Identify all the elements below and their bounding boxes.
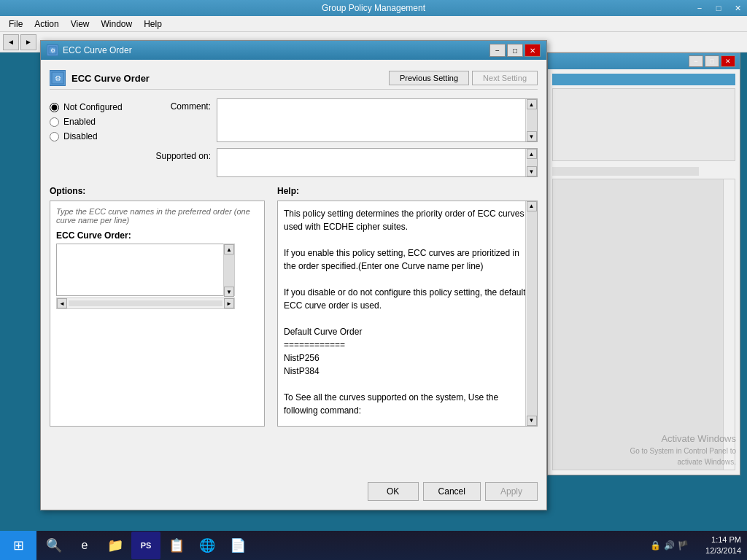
- help-title: Help:: [277, 186, 538, 196]
- options-desc: Type the ECC curve names in the preferre…: [56, 207, 258, 225]
- ecc-scroll-track: [224, 254, 234, 287]
- not-configured-radio[interactable]: [50, 103, 59, 112]
- help-para-1: This policy setting determines the prior…: [284, 207, 531, 233]
- dialog-title-buttons: − □ ✕: [489, 44, 541, 57]
- flag-icon: 🏴: [678, 540, 689, 551]
- start-button[interactable]: ⊞: [0, 531, 36, 560]
- main-close-btn[interactable]: ✕: [728, 0, 747, 16]
- main-minimize-btn[interactable]: −: [690, 0, 709, 16]
- supported-scroll-track: [527, 159, 537, 166]
- menu-window[interactable]: Window: [96, 18, 139, 31]
- ecc-textarea-wrapper: ▲ ▼: [56, 244, 235, 296]
- taskbar-powershell[interactable]: PS: [131, 532, 160, 559]
- clock-time: 1:14 PM: [705, 534, 741, 545]
- help-nistp256: NistP256: [284, 351, 531, 365]
- dialog-title: ECC Curve Order: [63, 45, 132, 55]
- ecc-curve-order-label: ECC Curve Order:: [56, 230, 258, 241]
- supported-scroll-up[interactable]: ▲: [527, 149, 537, 159]
- supported-label: Supported on:: [138, 148, 211, 177]
- options-help-row: Options: Type the ECC curve names in the…: [50, 186, 538, 427]
- menu-action[interactable]: Action: [28, 18, 64, 31]
- hscroll-left[interactable]: ◄: [57, 298, 67, 308]
- taskbar-system-icons: 🔒 🔊 🏴: [650, 540, 689, 551]
- help-scrollbar: ▲ ▼: [525, 201, 537, 426]
- help-para-4: Default Curve Order: [284, 325, 531, 338]
- help-para-2: If you enable this policy setting, ECC c…: [284, 246, 531, 273]
- dialog-close-btn[interactable]: ✕: [525, 44, 541, 57]
- prev-setting-btn[interactable]: Previous Setting: [389, 71, 469, 85]
- apply-button[interactable]: Apply: [485, 482, 538, 501]
- supported-area: ▲ ▼: [217, 148, 538, 177]
- scroll-down-arrow[interactable]: ▼: [527, 131, 537, 141]
- taskbar-app2[interactable]: 📄: [223, 532, 252, 559]
- menu-bar: File Action View Window Help: [0, 16, 747, 32]
- dialog-content: ⚙ ECC Curve Order Previous Setting Next …: [41, 60, 546, 432]
- ecc-scroll-down[interactable]: ▼: [224, 287, 234, 297]
- help-separator: ============: [284, 338, 531, 351]
- menu-help[interactable]: Help: [138, 18, 168, 31]
- scroll-track: [527, 109, 537, 131]
- dialog-maximize-btn[interactable]: □: [507, 44, 523, 57]
- menu-file[interactable]: File: [3, 18, 28, 31]
- svg-text:⚙: ⚙: [50, 47, 55, 54]
- toolbar-forward-btn[interactable]: ►: [20, 34, 36, 50]
- ecc-scroll-up[interactable]: ▲: [224, 244, 234, 254]
- comment-row: Comment: ▲ ▼: [138, 98, 538, 142]
- comment-textarea[interactable]: [217, 99, 525, 141]
- main-maximize-btn[interactable]: □: [709, 0, 728, 16]
- enabled-label: Enabled: [63, 117, 96, 127]
- disabled-radio[interactable]: [50, 132, 59, 141]
- main-titlebar: Group Policy Management − □ ✕: [0, 0, 747, 16]
- taskbar-explorer[interactable]: 📁: [101, 532, 130, 559]
- comment-scrollbar: ▲ ▼: [525, 99, 537, 141]
- policy-icon: ⚙: [50, 70, 66, 86]
- dialog-footer: OK Cancel Apply: [368, 482, 538, 501]
- bg-window-titlebar: − □ ✕: [548, 53, 740, 69]
- dialog-titlebar: ⚙ ECC Curve Order − □ ✕: [41, 41, 546, 60]
- enabled-radio[interactable]: [50, 117, 59, 127]
- comment-area: ▲ ▼: [217, 98, 538, 142]
- right-fields: Comment: ▲ ▼ Supported on:: [138, 96, 538, 177]
- ecc-hscrollbar: ◄ ►: [56, 298, 235, 309]
- bg-close-btn[interactable]: ✕: [721, 55, 735, 67]
- disabled-label: Disabled: [63, 131, 98, 141]
- bg-maximize-btn[interactable]: □: [705, 55, 719, 67]
- taskbar-app1[interactable]: 🌐: [193, 532, 222, 559]
- background-window: − □ ✕ Activate Windows Go to System in C…: [547, 52, 740, 475]
- taskbar-file-mgr[interactable]: 📋: [162, 532, 191, 559]
- help-scroll-up[interactable]: ▲: [527, 201, 537, 211]
- supported-scroll-down[interactable]: ▼: [527, 166, 537, 176]
- taskbar-clock[interactable]: 1:14 PM 12/3/2014: [705, 534, 741, 557]
- main-titlebar-buttons: − □ ✕: [690, 0, 747, 16]
- taskbar-icons: 🔍 e 📁 PS 📋 🌐 📄: [36, 532, 255, 559]
- taskbar-search[interactable]: 🔍: [39, 532, 69, 559]
- dialog-minimize-btn[interactable]: −: [489, 44, 506, 57]
- help-scroll-track: [527, 211, 537, 416]
- cancel-button[interactable]: Cancel: [423, 482, 481, 501]
- menu-view[interactable]: View: [65, 18, 96, 31]
- ecc-curve-textarea[interactable]: [56, 244, 224, 296]
- dialog-icon: ⚙: [47, 44, 58, 56]
- ecc-textarea-scrollbar: ▲ ▼: [223, 244, 235, 296]
- help-scroll-down[interactable]: ▼: [527, 416, 537, 426]
- scroll-up-arrow[interactable]: ▲: [527, 99, 537, 109]
- taskbar: ⊞ 🔍 e 📁 PS 📋 🌐 📄 🔒 🔊 🏴 1:14 PM 12/3/2014: [0, 531, 747, 560]
- help-para-3: If you disable or do not configure this …: [284, 286, 531, 312]
- options-box: Type the ECC curve names in the preferre…: [50, 201, 265, 427]
- main-title: Group Policy Management: [322, 3, 425, 13]
- ok-button[interactable]: OK: [368, 482, 419, 501]
- taskbar-ie[interactable]: e: [70, 532, 99, 559]
- supported-row: Supported on: ▲ ▼: [138, 148, 538, 177]
- toolbar-back-btn[interactable]: ◄: [3, 34, 19, 50]
- svg-text:⚙: ⚙: [55, 74, 61, 82]
- help-para-5: To See all the curves supported on the s…: [284, 391, 531, 417]
- help-nistp384: NistP384: [284, 365, 531, 378]
- next-setting-btn[interactable]: Next Setting: [472, 71, 538, 85]
- options-title: Options:: [50, 186, 268, 196]
- help-section: Help: This policy setting determines the…: [277, 186, 538, 427]
- help-box: This policy setting determines the prior…: [277, 201, 538, 427]
- policy-name-label: ECC Curve Order: [71, 73, 150, 84]
- bg-minimize-btn[interactable]: −: [689, 55, 703, 67]
- volume-icon: 🔊: [664, 540, 675, 551]
- hscroll-right[interactable]: ►: [224, 298, 234, 308]
